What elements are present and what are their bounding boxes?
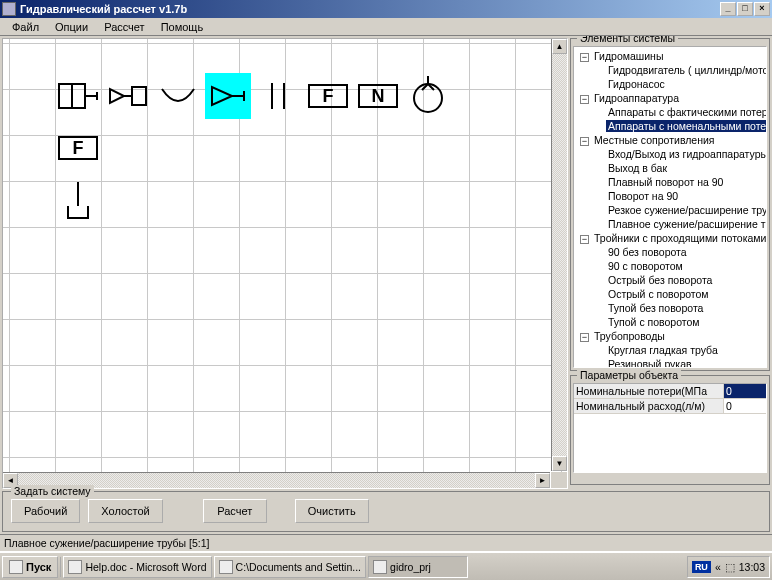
svg-text:F: F bbox=[323, 86, 334, 106]
tree-label: Тройники с проходящими потоками bbox=[592, 232, 767, 244]
scroll-up-icon[interactable]: ▲ bbox=[552, 39, 567, 54]
close-button[interactable]: × bbox=[754, 2, 770, 16]
tree-toggle-icon[interactable]: − bbox=[580, 95, 589, 104]
rabochiy-button[interactable]: Рабочий bbox=[11, 499, 80, 523]
canvas-symbol-pump[interactable] bbox=[405, 73, 451, 119]
param-value[interactable]: 0 bbox=[724, 384, 766, 398]
tree-item[interactable]: Тупой без поворота bbox=[576, 301, 764, 315]
tree-label: Гидродвигатель ( циллиндр/мотор ) bbox=[606, 64, 767, 76]
canvas-symbol-cylinder[interactable] bbox=[55, 73, 101, 119]
tree-item[interactable]: Тупой с поворотом bbox=[576, 315, 764, 329]
task-icon bbox=[68, 560, 82, 574]
parameters-grid[interactable]: Номинальные потери(МПа0Номинальный расхо… bbox=[573, 383, 767, 473]
tree-item[interactable]: Резкое сужение/расширение трубы bbox=[576, 203, 764, 217]
tree-label: Поворот на 90 bbox=[606, 190, 680, 202]
tree-label: Тупой без поворота bbox=[606, 302, 705, 314]
tree-item[interactable]: −Трубопроводы bbox=[576, 329, 764, 343]
canvas-symbol-horn[interactable] bbox=[105, 73, 151, 119]
menu-calc[interactable]: Рассчет bbox=[96, 19, 153, 35]
elements-tree[interactable]: −ГидромашиныГидродвигатель ( циллиндр/мо… bbox=[573, 46, 767, 368]
param-row[interactable]: Номинальные потери(МПа0 bbox=[574, 384, 766, 399]
task-icon bbox=[373, 560, 387, 574]
tree-item[interactable]: −Местные сопротивления bbox=[576, 133, 764, 147]
tree-label: 90 без поворота bbox=[606, 246, 689, 258]
scroll-corner bbox=[551, 472, 567, 488]
drawing-canvas[interactable]: FNF bbox=[3, 39, 567, 488]
tree-item[interactable]: Круглая гладкая труба bbox=[576, 343, 764, 357]
canvas-symbol-pipes[interactable] bbox=[255, 73, 301, 119]
taskbar-task[interactable]: gidro_prj bbox=[368, 556, 468, 578]
tree-item[interactable]: −Гидроаппаратура bbox=[576, 91, 764, 105]
window-title: Гидравлический рассчет v1.7b bbox=[20, 3, 720, 15]
tree-item[interactable]: −Тройники с проходящими потоками bbox=[576, 231, 764, 245]
tree-item[interactable]: Гидронасос bbox=[576, 77, 764, 91]
scroll-track-v[interactable] bbox=[552, 54, 567, 456]
canvas-symbol-boxF[interactable]: F bbox=[305, 73, 351, 119]
tray-icon[interactable]: « bbox=[715, 561, 721, 573]
tree-item[interactable]: Выход в бак bbox=[576, 161, 764, 175]
tree-item[interactable]: 90 без поворота bbox=[576, 245, 764, 259]
vertical-scrollbar[interactable]: ▲ ▼ bbox=[551, 39, 567, 471]
scroll-down-icon[interactable]: ▼ bbox=[552, 456, 567, 471]
taskbar-task[interactable]: Help.doc - Microsoft Word bbox=[63, 556, 211, 578]
task-label: Help.doc - Microsoft Word bbox=[85, 561, 206, 573]
language-indicator[interactable]: RU bbox=[692, 561, 711, 573]
system-tray: RU « ⬚ 13:03 bbox=[687, 556, 770, 578]
tree-item[interactable]: −Гидромашины bbox=[576, 49, 764, 63]
windows-icon bbox=[9, 560, 23, 574]
tree-toggle-icon[interactable]: − bbox=[580, 333, 589, 342]
tree-label: Острый без поворота bbox=[606, 274, 714, 286]
param-name: Номинальные потери(МПа bbox=[574, 384, 724, 398]
start-button[interactable]: Пуск bbox=[2, 556, 58, 578]
minimize-button[interactable]: _ bbox=[720, 2, 736, 16]
tree-item[interactable]: Вход/Выход из гидроаппаратуры bbox=[576, 147, 764, 161]
clock: 13:03 bbox=[739, 561, 765, 573]
tree-item[interactable]: 90 с поворотом bbox=[576, 259, 764, 273]
scroll-right-icon[interactable]: ► bbox=[535, 473, 550, 488]
tree-label: Выход в бак bbox=[606, 162, 669, 174]
svg-text:N: N bbox=[372, 86, 385, 106]
canvas-symbol-arc[interactable] bbox=[155, 73, 201, 119]
holostoy-button[interactable]: Холостой bbox=[88, 499, 162, 523]
tree-item[interactable]: Острый с поворотом bbox=[576, 287, 764, 301]
tree-label: Резиновый рукав bbox=[606, 358, 694, 368]
tree-item[interactable]: Аппараты с номенальными потерями bbox=[576, 119, 764, 133]
tree-label: Вход/Выход из гидроаппаратуры bbox=[606, 148, 767, 160]
menu-options[interactable]: Опции bbox=[47, 19, 96, 35]
raschet-button[interactable]: Расчет bbox=[203, 499, 267, 523]
tree-item[interactable]: Плавное сужение/расширение трубы bbox=[576, 217, 764, 231]
scroll-track-h[interactable] bbox=[18, 473, 535, 488]
menu-file[interactable]: Файл bbox=[4, 19, 47, 35]
tree-toggle-icon[interactable]: − bbox=[580, 137, 589, 146]
taskbar: Пуск Help.doc - Microsoft WordC:\Documen… bbox=[0, 552, 772, 580]
svg-text:F: F bbox=[73, 138, 84, 158]
tree-item[interactable]: Острый без поворота bbox=[576, 273, 764, 287]
tray-icon-2[interactable]: ⬚ bbox=[725, 561, 735, 573]
tree-label: Острый с поворотом bbox=[606, 288, 711, 300]
canvas-symbol-tank[interactable] bbox=[55, 177, 101, 223]
tree-item[interactable]: Гидродвигатель ( циллиндр/мотор ) bbox=[576, 63, 764, 77]
canvas-symbol-tri[interactable] bbox=[205, 73, 251, 119]
svg-point-11 bbox=[414, 84, 442, 112]
tree-label: Резкое сужение/расширение трубы bbox=[606, 204, 767, 216]
canvas-symbol-boxF[interactable]: N bbox=[355, 73, 401, 119]
tree-item[interactable]: Поворот на 90 bbox=[576, 189, 764, 203]
tree-toggle-icon[interactable]: − bbox=[580, 53, 589, 62]
status-bar: Плавное сужение/расширение трубы [5:1] bbox=[0, 534, 772, 552]
maximize-button[interactable]: □ bbox=[737, 2, 753, 16]
param-row[interactable]: Номинальный расход(л/м)0 bbox=[574, 399, 766, 414]
menu-help[interactable]: Помощь bbox=[153, 19, 212, 35]
tree-item[interactable]: Аппараты с фактическими потерями bbox=[576, 105, 764, 119]
window-titlebar: Гидравлический рассчет v1.7b _ □ × bbox=[0, 0, 772, 18]
taskbar-task[interactable]: C:\Documents and Settin... bbox=[214, 556, 366, 578]
tree-item[interactable]: Плавный поворот на 90 bbox=[576, 175, 764, 189]
tree-label: Аппараты с фактическими потерями bbox=[606, 106, 767, 118]
tree-item[interactable]: Резиновый рукав bbox=[576, 357, 764, 368]
ochistit-button[interactable]: Очистить bbox=[295, 499, 369, 523]
status-text: Плавное сужение/расширение трубы [5:1] bbox=[4, 537, 210, 549]
param-value[interactable]: 0 bbox=[724, 399, 766, 413]
param-name: Номинальный расход(л/м) bbox=[574, 399, 724, 413]
canvas-symbol-boxF[interactable]: F bbox=[55, 125, 101, 171]
system-group: Задать систему Рабочий Холостой Расчет О… bbox=[2, 491, 770, 532]
tree-toggle-icon[interactable]: − bbox=[580, 235, 589, 244]
